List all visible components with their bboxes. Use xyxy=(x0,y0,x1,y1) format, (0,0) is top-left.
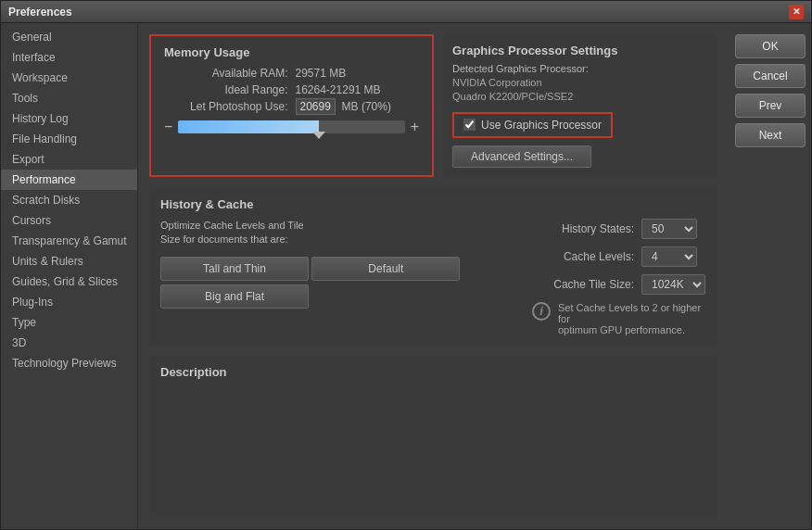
cache-tile-label: Cache Tile Size: xyxy=(532,278,634,291)
detected-label: Detected Graphics Processor: xyxy=(452,63,707,74)
sidebar-item-performance[interactable]: Performance xyxy=(1,170,137,190)
sidebar-item-export[interactable]: Export xyxy=(1,149,137,170)
info-icon: i xyxy=(532,302,551,321)
available-ram-value: 29571 MB xyxy=(296,67,420,80)
big-flat-button[interactable]: Big and Flat xyxy=(160,284,309,309)
ok-button[interactable]: OK xyxy=(735,34,806,58)
sidebar-item-workspace[interactable]: Workspace xyxy=(1,68,137,88)
sidebar-item-tools[interactable]: Tools xyxy=(1,88,137,108)
optimize-desc: Optimize Cache Levels and TileSize for d… xyxy=(160,219,514,247)
gpu-info-text: Set Cache Levels to 2 or higher foroptim… xyxy=(558,302,705,335)
sidebar-item-cursors[interactable]: Cursors xyxy=(1,210,137,231)
advanced-settings-button[interactable]: Advanced Settings... xyxy=(452,145,591,168)
ideal-range-label: Ideal Range: xyxy=(164,83,288,96)
history-states-label: History States: xyxy=(532,222,634,235)
slider-plus-icon[interactable]: + xyxy=(411,119,419,135)
main-and-buttons: Memory Usage Available RAM: 29571 MB Ide… xyxy=(138,23,811,529)
sidebar-item-3d[interactable]: 3D xyxy=(1,333,137,353)
history-inner: Optimize Cache Levels and TileSize for d… xyxy=(160,219,705,335)
let-photoshop-row: Let Photoshop Use: 20699 MB (70%) xyxy=(164,100,419,113)
cache-settings-col: History States: 50 Cache Levels: 4 xyxy=(532,219,705,335)
memory-title: Memory Usage xyxy=(164,45,419,59)
sidebar-item-scratch-disks[interactable]: Scratch Disks xyxy=(1,190,137,210)
cache-tile-row: Cache Tile Size: 1024K xyxy=(532,274,705,295)
available-ram-row: Available RAM: 29571 MB xyxy=(164,67,419,80)
history-states-row: History States: 50 xyxy=(532,219,705,239)
window-title: Preferences xyxy=(8,6,72,19)
sidebar: GeneralInterfaceWorkspaceToolsHistory Lo… xyxy=(1,23,138,529)
slider-fill xyxy=(178,120,318,133)
sidebar-item-type[interactable]: Type xyxy=(1,312,137,333)
memory-usage-box: Memory Usage Available RAM: 29571 MB Ide… xyxy=(149,34,434,177)
cache-buttons-col: Optimize Cache Levels and TileSize for d… xyxy=(160,219,514,335)
cache-levels-label: Cache Levels: xyxy=(532,250,634,263)
let-photoshop-number[interactable]: 20699 xyxy=(296,98,336,115)
next-button[interactable]: Next xyxy=(735,123,806,147)
graphics-processor-box: Graphics Processor Settings Detected Gra… xyxy=(443,34,717,177)
sidebar-item-history-log[interactable]: History Log xyxy=(1,108,137,129)
use-gpu-row[interactable]: Use Graphics Processor xyxy=(452,112,613,138)
ideal-range-row: Ideal Range: 16264-21291 MB xyxy=(164,83,419,96)
description-title: Description xyxy=(160,365,705,379)
slider-minus-icon[interactable]: − xyxy=(164,119,172,135)
sidebar-item-technology-previews[interactable]: Technology Previews xyxy=(1,353,137,373)
let-photoshop-label: Let Photoshop Use: xyxy=(164,100,288,113)
default-button[interactable]: Default xyxy=(311,257,460,281)
sidebar-item-units---rulers[interactable]: Units & Rulers xyxy=(1,251,137,271)
sidebar-item-file-handling[interactable]: File Handling xyxy=(1,129,137,149)
sidebar-item-transparency---gamut[interactable]: Transparency & Gamut xyxy=(1,231,137,251)
use-gpu-label: Use Graphics Processor xyxy=(481,119,602,132)
description-section: Description xyxy=(149,356,717,518)
slider-thumb-icon xyxy=(312,132,325,139)
sidebar-item-interface[interactable]: Interface xyxy=(1,47,137,68)
history-title: History & Cache xyxy=(160,197,705,211)
graphics-title: Graphics Processor Settings xyxy=(452,44,707,57)
gpu-info-row: i Set Cache Levels to 2 or higher foropt… xyxy=(532,302,705,335)
history-states-select[interactable]: 50 xyxy=(641,219,697,239)
action-buttons: OK Cancel Prev Next xyxy=(728,23,811,529)
history-cache-section: History & Cache Optimize Cache Levels an… xyxy=(149,186,717,347)
let-photoshop-value: 20699 MB (70%) xyxy=(296,100,420,113)
preferences-window: Preferences ✕ GeneralInterfaceWorkspaceT… xyxy=(0,0,812,530)
sidebar-item-plug-ins[interactable]: Plug-Ins xyxy=(1,292,137,312)
ideal-range-value: 16264-21291 MB xyxy=(296,83,420,96)
let-photoshop-unit: MB (70%) xyxy=(342,100,391,113)
use-gpu-checkbox[interactable] xyxy=(463,119,476,131)
tall-thin-button[interactable]: Tall and Thin xyxy=(160,257,309,281)
main-content: Memory Usage Available RAM: 29571 MB Ide… xyxy=(138,23,728,529)
sidebar-item-general[interactable]: General xyxy=(1,27,137,47)
cancel-button[interactable]: Cancel xyxy=(735,64,806,88)
cache-levels-row: Cache Levels: 4 xyxy=(532,246,705,267)
memory-slider-row: − + xyxy=(164,119,419,135)
cache-levels-select[interactable]: 4 xyxy=(641,246,697,267)
cache-tile-select[interactable]: 1024K xyxy=(641,274,705,295)
close-button[interactable]: ✕ xyxy=(789,5,804,19)
memory-slider[interactable] xyxy=(178,120,404,133)
top-row: Memory Usage Available RAM: 29571 MB Ide… xyxy=(149,34,717,177)
sidebar-item-guides--grid---slices[interactable]: Guides, Grid & Slices xyxy=(1,271,137,292)
prev-button[interactable]: Prev xyxy=(735,94,806,118)
available-ram-label: Available RAM: xyxy=(164,67,288,80)
gpu-name: NVIDIA CorporationQuadro K2200/PCIe/SSE2 xyxy=(452,76,707,105)
outer-layout: GeneralInterfaceWorkspaceToolsHistory Lo… xyxy=(1,23,811,529)
titlebar: Preferences ✕ xyxy=(1,1,811,23)
